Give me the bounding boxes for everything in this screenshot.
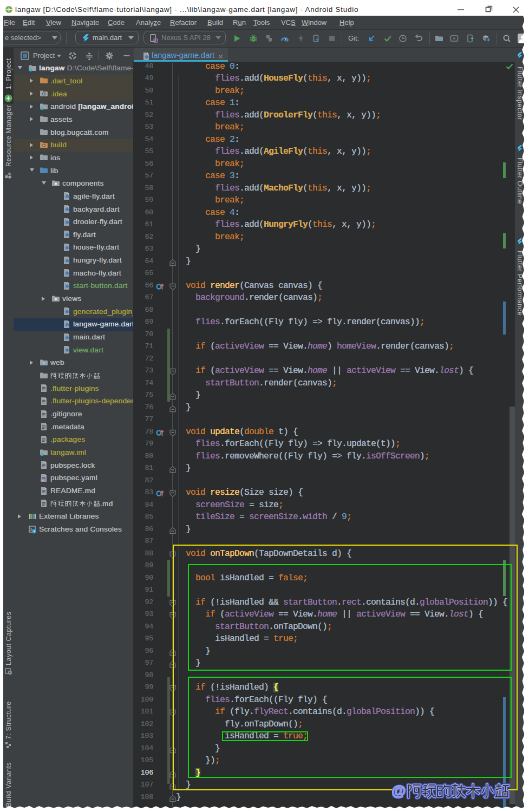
svg-text:YML: YML (41, 479, 46, 481)
svg-text:@: @ (392, 783, 406, 799)
